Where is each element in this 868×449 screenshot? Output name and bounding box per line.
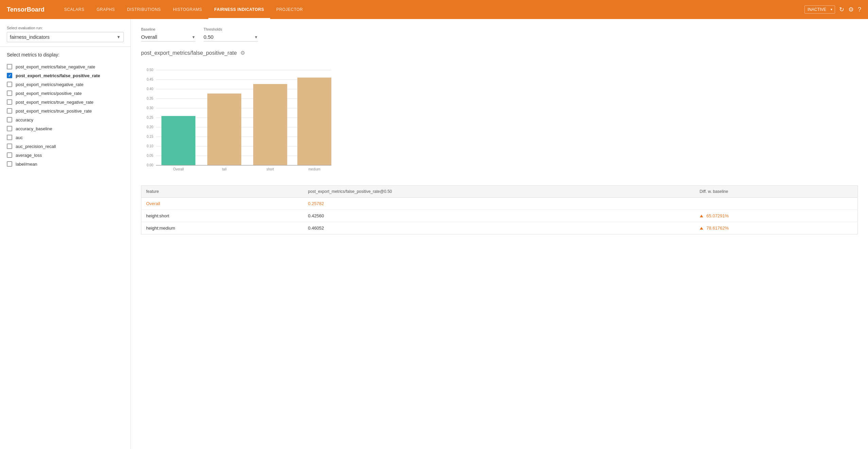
nav-graphs[interactable]: GRAPHS: [90, 0, 121, 19]
metric-item-auc_precision_recall[interactable]: auc_precision_recall: [7, 142, 124, 151]
nav-scalars[interactable]: SCALARS: [58, 0, 91, 19]
col-metric-header: post_export_metrics/false_positive_rate@…: [303, 186, 695, 198]
metric-label-auc: auc: [16, 135, 23, 140]
metric-item-false_positive_rate[interactable]: post_export_metrics/false_positive_rate: [7, 71, 124, 80]
svg-text:0.00: 0.00: [147, 163, 154, 167]
metric-checkbox-false_negative_rate[interactable]: [7, 64, 12, 69]
svg-text:0.50: 0.50: [147, 68, 154, 72]
metric-checkbox-positive_rate[interactable]: [7, 90, 12, 96]
metric-label-accuracy_baseline: accuracy_baseline: [16, 126, 52, 131]
sidebar-divider: [0, 46, 131, 47]
settings-icon[interactable]: ⚙: [848, 6, 854, 13]
metric-item-average_loss[interactable]: average_loss: [7, 151, 124, 160]
baseline-label: Baseline: [141, 27, 195, 31]
app-body: Select evaluation run: fairness_indicato…: [0, 19, 868, 449]
nav-links: SCALARS GRAPHS DISTRIBUTIONS HISTOGRAMS …: [58, 0, 804, 19]
chart-header: post_export_metrics/false_positive_rate …: [141, 50, 858, 56]
baseline-value: Overall: [141, 34, 192, 40]
metric-item-true_negative_rate[interactable]: post_export_metrics/true_negative_rate: [7, 98, 124, 106]
refresh-icon[interactable]: ↻: [839, 6, 844, 13]
bar-overall[interactable]: [161, 116, 195, 165]
metric-item-accuracy[interactable]: accuracy: [7, 115, 124, 124]
col-feature-header: feature: [141, 186, 303, 198]
metrics-title: Select metrics to display:: [7, 52, 124, 57]
eval-run-section: Select evaluation run: fairness_indicato…: [7, 26, 124, 42]
svg-text:0.05: 0.05: [147, 154, 154, 157]
eval-run-value: fairness_indicators: [10, 34, 117, 40]
metric-item-true_positive_rate[interactable]: post_export_metrics/true_positive_rate: [7, 106, 124, 115]
metric-checkbox-false_positive_rate[interactable]: [7, 73, 12, 78]
metric-item-label_mean[interactable]: label/mean: [7, 160, 124, 168]
svg-text:short: short: [266, 167, 274, 171]
controls-row: Baseline Overall ▼ Thresholds 0.50 ▼: [141, 27, 858, 41]
table-cell-feature: height:medium: [141, 222, 303, 234]
metric-checkbox-accuracy_baseline[interactable]: [7, 126, 12, 131]
baseline-control: Baseline Overall ▼: [141, 27, 195, 41]
baseline-metric-value: 0.25782: [308, 201, 324, 206]
table-row: height:medium0.4605278.61762%: [141, 222, 858, 234]
svg-text:0.10: 0.10: [147, 144, 154, 148]
table-cell-value: 0.25782: [303, 198, 695, 210]
nav-fairness-indicators[interactable]: FAIRNESS INDICATORS: [208, 0, 270, 19]
metric-label-false_positive_rate: post_export_metrics/false_positive_rate: [16, 73, 100, 78]
table-cell-feature[interactable]: Overall: [141, 198, 303, 210]
metric-checkbox-true_negative_rate[interactable]: [7, 99, 12, 105]
metric-checkbox-label_mean[interactable]: [7, 161, 12, 167]
svg-text:0.35: 0.35: [147, 97, 154, 100]
svg-text:0.25: 0.25: [147, 116, 154, 119]
metric-label-true_negative_rate: post_export_metrics/true_negative_rate: [16, 100, 93, 105]
metric-checkbox-accuracy[interactable]: [7, 117, 12, 122]
table-cell-value: 0.46052: [303, 222, 695, 234]
svg-text:0.40: 0.40: [147, 87, 154, 91]
thresholds-label: Thresholds: [204, 27, 258, 31]
status-select[interactable]: INACTIVE: [804, 5, 835, 14]
bar-chart-svg: 0.00 0.05 0.10 0.15 0.20 0.25 0.30 0.35 …: [141, 62, 338, 177]
metric-item-accuracy_baseline[interactable]: accuracy_baseline: [7, 124, 124, 133]
table-cell-diff: 65.07291%: [695, 210, 858, 222]
metric-label-accuracy: accuracy: [16, 117, 33, 122]
table-header-row: feature post_export_metrics/false_positi…: [141, 186, 858, 198]
metric-checkbox-auc_precision_recall[interactable]: [7, 144, 12, 149]
table-cell-value: 0.42560: [303, 210, 695, 222]
topnav-right: INACTIVE ↻ ⚙ ?: [804, 5, 861, 14]
thresholds-arrow-icon: ▼: [254, 35, 258, 39]
eval-run-label: Select evaluation run:: [7, 26, 124, 30]
nav-histograms[interactable]: HISTOGRAMS: [167, 0, 208, 19]
eval-run-select[interactable]: fairness_indicators ▼: [7, 32, 124, 42]
chart-section: post_export_metrics/false_positive_rate …: [141, 50, 858, 177]
metric-item-positive_rate[interactable]: post_export_metrics/positive_rate: [7, 89, 124, 98]
metric-item-auc[interactable]: auc: [7, 133, 124, 142]
metric-label-true_positive_rate: post_export_metrics/true_positive_rate: [16, 109, 92, 114]
thresholds-select[interactable]: 0.50 ▼: [204, 33, 258, 41]
chart-settings-icon[interactable]: ⚙: [240, 50, 245, 56]
metric-checkbox-auc[interactable]: [7, 135, 12, 140]
metric-checkbox-negative_rate[interactable]: [7, 82, 12, 87]
nav-distributions[interactable]: DISTRIBUTIONS: [121, 0, 167, 19]
svg-text:0.15: 0.15: [147, 135, 154, 138]
data-table: feature post_export_metrics/false_positi…: [141, 185, 858, 234]
baseline-arrow-icon: ▼: [192, 35, 195, 39]
bar-medium[interactable]: [297, 78, 331, 165]
eval-run-arrow-icon: ▼: [117, 35, 121, 39]
main-content: Baseline Overall ▼ Thresholds 0.50 ▼ pos…: [131, 19, 868, 449]
table-row: height:short0.4256065.07291%: [141, 210, 858, 222]
metric-label-label_mean: label/mean: [16, 162, 37, 167]
table-cell-diff: [695, 198, 858, 210]
metric-item-false_negative_rate[interactable]: post_export_metrics/false_negative_rate: [7, 62, 124, 71]
status-selector[interactable]: INACTIVE: [804, 5, 835, 14]
metric-item-negative_rate[interactable]: post_export_metrics/negative_rate: [7, 80, 124, 89]
bar-chart: 0.00 0.05 0.10 0.15 0.20 0.25 0.30 0.35 …: [141, 62, 338, 177]
bar-tall[interactable]: [207, 94, 241, 165]
metric-checkbox-true_positive_rate[interactable]: [7, 108, 12, 114]
table-body: Overall0.25782height:short0.4256065.0729…: [141, 198, 858, 234]
svg-text:0.30: 0.30: [147, 106, 154, 110]
baseline-select[interactable]: Overall ▼: [141, 33, 195, 41]
arrow-up-icon: [700, 227, 703, 230]
help-icon[interactable]: ?: [858, 6, 861, 13]
thresholds-value: 0.50: [204, 34, 254, 40]
bar-short[interactable]: [253, 84, 287, 165]
baseline-feature-link[interactable]: Overall: [146, 201, 160, 206]
nav-projector[interactable]: PROJECTOR: [270, 0, 309, 19]
metric-checkbox-average_loss[interactable]: [7, 152, 12, 158]
metric-label-false_negative_rate: post_export_metrics/false_negative_rate: [16, 64, 95, 69]
